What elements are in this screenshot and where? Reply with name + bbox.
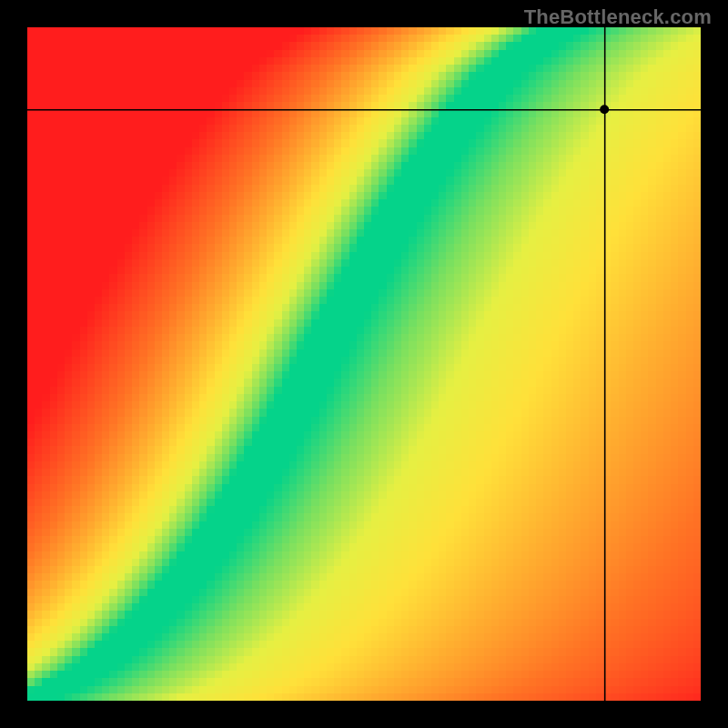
watermark-text: TheBottleneck.com [524, 5, 712, 29]
chart-stage: TheBottleneck.com [0, 0, 728, 728]
plot-area [27, 27, 701, 701]
crosshair-overlay [27, 27, 701, 701]
